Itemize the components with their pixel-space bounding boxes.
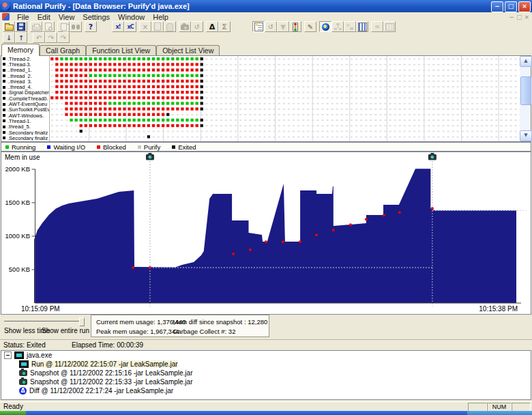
rec-blue-icon: x! xyxy=(114,23,122,31)
tree-item-label[interactable]: Diff @ 11/12/2002 22:17:24 -jar LeakSamp… xyxy=(29,387,173,395)
thread-name: ..thread_1. xyxy=(8,68,32,73)
scroll-down-icon[interactable]: ▼ xyxy=(520,130,532,141)
move-down-button[interactable]: ↓ xyxy=(3,32,15,43)
thread-row-label[interactable]: .Thread-1. xyxy=(1,118,49,124)
tab-memory[interactable]: Memory xyxy=(1,44,40,56)
tab-function-list-view[interactable]: Function List View xyxy=(86,45,156,56)
rec-blue2-icon: xC xyxy=(126,23,134,31)
thread-name: .Secondary finaliz xyxy=(8,135,48,141)
move-up-button[interactable]: ↑ xyxy=(15,32,27,43)
restore-button[interactable]: □ xyxy=(505,1,517,12)
tree-item[interactable]: ΔDiff @ 11/12/2002 22:17:24 -jar LeakSam… xyxy=(1,386,531,395)
run-program-button[interactable]: x! xyxy=(112,21,124,32)
thread-row-label[interactable]: .Thread-2. xyxy=(1,56,49,61)
thread-row-label[interactable]: ..thread_1. xyxy=(1,68,49,73)
thread-name: .AWT-EventQueu xyxy=(8,101,47,106)
floppy-icon xyxy=(17,23,25,31)
help-icon: ? xyxy=(87,23,95,31)
preview-icon xyxy=(45,23,52,31)
binoc-icon xyxy=(72,23,80,31)
thread-name: .SunToolkit.PostEv xyxy=(8,107,49,113)
thread-bullet-icon xyxy=(3,91,5,94)
close-button[interactable]: × xyxy=(518,1,531,12)
y-axis-tick-label: 1500 KB xyxy=(5,199,30,206)
program-icon xyxy=(14,352,24,359)
attach-page-button xyxy=(151,21,164,32)
open-button[interactable] xyxy=(3,21,15,32)
tree-item-label[interactable]: Run @ 11/12/2002 22:15:07 -jar LeakSampl… xyxy=(31,360,178,368)
grid-icon xyxy=(385,23,394,31)
column-view-button[interactable] xyxy=(356,21,368,32)
menu-view[interactable]: View xyxy=(55,13,79,21)
tree-item-label[interactable]: Snapshot @ 11/12/2002 22:15:16 -jar Leak… xyxy=(30,369,192,377)
menu-file[interactable]: File xyxy=(13,13,33,21)
time-slider-handle[interactable] xyxy=(79,317,85,326)
tab-call-graph[interactable]: Call Graph xyxy=(40,45,86,56)
show-entire-run-button[interactable]: Show entire run xyxy=(42,327,89,334)
tree-item-label[interactable]: Snapshot @ 11/12/2002 22:15:33 -jar Leak… xyxy=(30,378,192,386)
menu-edit[interactable]: Edit xyxy=(33,13,55,21)
thread-bullet-icon xyxy=(3,114,5,117)
mdi-close-button: × xyxy=(524,14,529,20)
tree-item[interactable]: Snapshot @ 11/12/2002 22:15:16 -jar Leak… xyxy=(1,369,531,377)
tree-root-label[interactable]: java.exe xyxy=(27,352,52,359)
legend-swatch-icon xyxy=(5,145,9,149)
thread-row-label[interactable]: ..thread_3. xyxy=(1,78,49,84)
filter-button: ▼ xyxy=(277,21,289,32)
menu-help[interactable]: Help xyxy=(149,13,173,21)
print-button xyxy=(30,21,42,32)
time-slider-track[interactable] xyxy=(4,321,80,321)
scroll-up-icon[interactable]: ▲ xyxy=(520,56,532,67)
thread-status-button[interactable] xyxy=(289,21,301,32)
scrollbar-thumb[interactable] xyxy=(520,76,531,105)
camera-icon xyxy=(181,25,189,30)
snapshot-marker-camera-icon[interactable] xyxy=(428,153,437,160)
snapshot-button xyxy=(179,21,191,32)
title-bar[interactable]: Rational Purify - [Data Browser: Purify'… xyxy=(0,0,532,12)
navigator-tree-button[interactable] xyxy=(252,21,265,32)
thread-activity-grid[interactable] xyxy=(50,56,521,141)
tree-items: Run @ 11/12/2002 22:15:07 -jar LeakSampl… xyxy=(1,360,531,395)
thread-row-label[interactable]: .CompileThread0. xyxy=(1,96,49,101)
menu-items: FileEditViewSettingsWindowHelp xyxy=(13,13,173,21)
annotate-button[interactable]: ✎ xyxy=(304,21,316,32)
context-help-button[interactable]: ? xyxy=(85,21,97,32)
thread-panel-scrollbar[interactable]: ▲ ▼ xyxy=(520,56,531,141)
thread-row-label[interactable]: .Secondary finaliz xyxy=(1,135,49,141)
collapse-expander-icon[interactable] xyxy=(4,352,12,359)
menu-window[interactable]: Window xyxy=(114,13,149,21)
thread-row-label[interactable]: .SunToolkit.PostEv xyxy=(1,107,49,113)
toolbar-main: ?x!xC×↺ΔΣ↺▼✎∞ xyxy=(0,21,532,32)
thread-bullet-icon xyxy=(3,86,5,89)
diff-button[interactable]: Δ xyxy=(206,21,218,32)
thread-row-label[interactable]: .Thread-3. xyxy=(1,61,49,67)
tree-item[interactable]: Snapshot @ 11/12/2002 22:15:33 -jar Leak… xyxy=(1,377,531,386)
tab-object-list-view[interactable]: Object List View xyxy=(156,45,220,56)
thread-row-label[interactable]: .thread_5. xyxy=(1,124,49,130)
thread-row-label[interactable]: ..thread_4. xyxy=(1,84,49,89)
copy-icon xyxy=(61,23,67,31)
thread-row-label[interactable]: .AWT-EventQueu xyxy=(1,101,49,106)
thread-row-label[interactable]: .Signal Dispatcher xyxy=(1,90,49,96)
memory-usage-chart[interactable]: 2000 KB1500 KB1000 KB500 KBMem in use10:… xyxy=(1,152,531,314)
pause-button xyxy=(164,21,176,32)
thread-name: .CompileThread0. xyxy=(8,96,48,101)
rerun-program-button[interactable]: xC xyxy=(124,21,136,32)
tree-root-row[interactable]: java.exe xyxy=(1,351,531,360)
thread-name: .Thread-1. xyxy=(8,118,31,124)
graph-icon xyxy=(334,23,342,31)
thread-row-label[interactable]: .Secondary finaliz xyxy=(1,130,49,135)
thread-row-label[interactable]: .AWT-Windows. xyxy=(1,113,49,118)
thread-row-label[interactable]: ..thread_2. xyxy=(1,73,49,78)
save-button[interactable] xyxy=(15,21,27,32)
menu-settings[interactable]: Settings xyxy=(78,13,114,21)
gc-event-dot xyxy=(332,229,335,231)
tree-item[interactable]: Run @ 11/12/2002 22:15:07 -jar LeakSampl… xyxy=(1,360,531,369)
memory-tab-button[interactable] xyxy=(319,21,331,32)
snapshot-marker-camera-icon[interactable] xyxy=(146,153,154,160)
statusbar-message: Ready xyxy=(3,403,23,410)
link-button: ∞ xyxy=(371,21,383,32)
minimize-button[interactable]: − xyxy=(491,1,503,12)
thread-label-list: .Thread-2..Thread-3...thread_1...thread_… xyxy=(1,56,50,141)
curve2-icon: ↷ xyxy=(47,34,55,42)
